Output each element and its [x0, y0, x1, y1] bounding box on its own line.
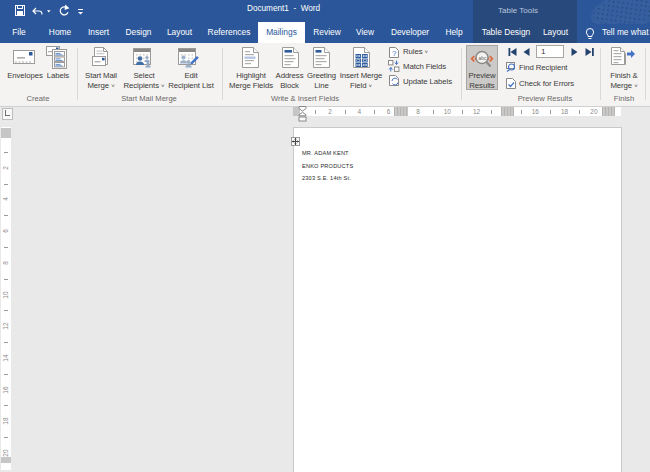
svg-text:abc: abc	[479, 55, 488, 61]
svg-text:?: ?	[392, 49, 397, 58]
